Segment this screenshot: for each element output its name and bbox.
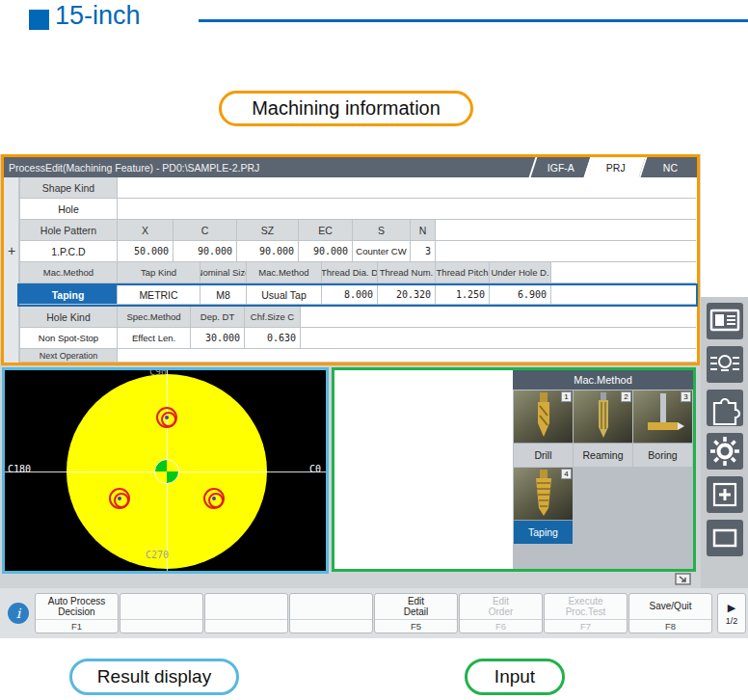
hole-pattern-header: Hole Pattern: [19, 220, 118, 241]
cell-thread-dia[interactable]: 8.000: [322, 285, 378, 305]
thread-pitch-header: Thread Pitch: [436, 262, 490, 283]
x-header: X: [118, 220, 174, 241]
shape-kind-filler: [118, 177, 696, 199]
fkey-f2[interactable]: [120, 593, 203, 633]
row-hole-pattern-values: 1.P.C.D 50.000 90.000 90.000 90.000 Coun…: [19, 241, 696, 262]
drill-tool-icon: 1: [514, 390, 573, 443]
row-mac-method-header: Mac.Method Tap Kind Nominal Size Mac.Met…: [19, 262, 696, 283]
option-label: Boring: [633, 443, 692, 467]
s-header: S: [353, 220, 411, 241]
option-number: 4: [561, 469, 572, 479]
next-operation-header[interactable]: Next Operation: [19, 349, 118, 363]
cell-dep-dt[interactable]: 30.000: [191, 328, 245, 349]
origin-marker: [154, 459, 179, 484]
hole-kind-header: Hole Kind: [19, 307, 118, 328]
cell-taping[interactable]: Taping: [19, 285, 118, 305]
hole-marker-1: [156, 407, 177, 428]
hole-marker-2: [109, 488, 130, 509]
row-hole-kind-header: Hole Kind Spec.Method Dep. DT Chf.Size C: [19, 307, 696, 328]
shape-kind-value[interactable]: Hole: [19, 199, 118, 220]
cell-mac-method[interactable]: Usual Tap: [247, 285, 322, 305]
thread-num-header: Thread Num.: [378, 262, 436, 283]
cell-s[interactable]: Counter CW: [353, 241, 411, 262]
puzzle-icon[interactable]: [707, 390, 743, 426]
tab-prj[interactable]: PRJ: [584, 157, 646, 177]
fkey-f8[interactable]: Save/Quit F8: [628, 593, 712, 633]
callout-input-label: Input: [494, 666, 535, 687]
panel-toggle-icon[interactable]: [675, 572, 694, 586]
cell-n[interactable]: 3: [411, 241, 436, 262]
gear-icon[interactable]: [707, 433, 743, 470]
next-page-icon: ▶: [728, 601, 735, 615]
cell-hole-kind[interactable]: Non Spot-Stop: [19, 328, 118, 349]
row-shape-kind-value: Hole: [19, 199, 696, 220]
option-label: Reaming: [574, 443, 632, 467]
option-label: Taping: [514, 520, 573, 544]
row-next-operation: Next Operation: [19, 349, 696, 363]
page-next-button[interactable]: ▶ 1/2: [717, 593, 746, 633]
equalizer-icon[interactable]: [707, 346, 743, 383]
n-header: N: [411, 220, 436, 241]
tap-tool-icon: 4: [514, 468, 573, 520]
option-label: Drill: [514, 443, 573, 467]
cell-pattern-name[interactable]: 1.P.C.D: [19, 241, 118, 262]
sz-header: SZ: [237, 220, 299, 241]
option-reaming[interactable]: 2 Reaming: [574, 390, 632, 467]
cell-sz[interactable]: 90.000: [237, 241, 299, 262]
cell-nominal-size[interactable]: M8: [200, 285, 247, 305]
cell-ec[interactable]: 90.000: [299, 241, 353, 262]
option-number: 2: [621, 391, 631, 402]
shape-kind-value-filler: [118, 199, 696, 220]
fkey-f3[interactable]: [204, 593, 288, 633]
cell-thread-pitch[interactable]: 1.250: [436, 285, 490, 305]
row-hole-kind-values: Non Spot-Stop Effect Len. 30.000 0.630: [19, 328, 696, 349]
heading-bullet-square: [29, 10, 49, 30]
fkey-f1[interactable]: Auto Process Decision F1: [35, 593, 119, 633]
angle-label-c270: C270: [146, 550, 169, 560]
add-window-icon[interactable]: [707, 476, 743, 513]
fkey-f7[interactable]: Execute Proc.Test F7: [544, 593, 628, 633]
cell-tap-kind[interactable]: METRIC: [118, 285, 200, 305]
fkey-f6[interactable]: Edit Order F6: [459, 593, 543, 633]
angle-label-c180: C180: [8, 464, 31, 474]
info-icon[interactable]: i: [8, 603, 29, 624]
cell-x[interactable]: 50.000: [118, 241, 174, 262]
window-title: ProcessEdit(Machining Feature) - PD0:\SA…: [4, 162, 259, 174]
fkey-f5[interactable]: Edit Detail F5: [374, 593, 458, 633]
c-header: C: [174, 220, 237, 241]
hole-marker-3: [203, 488, 225, 509]
add-row-button[interactable]: +: [4, 241, 19, 260]
cell-under-hole[interactable]: 6.900: [490, 285, 551, 305]
window-titlebar: ProcessEdit(Machining Feature) - PD0:\SA…: [4, 157, 697, 177]
nominal-size-header: Nominal Size: [200, 262, 247, 283]
mac-method-options: 1 Drill 2 Reamin: [514, 390, 693, 544]
graphic-display: C180 C0 C270 C90: [5, 370, 326, 571]
callout-result-label: Result display: [97, 666, 211, 687]
heading-rule: [199, 19, 748, 22]
ec-header: EC: [299, 220, 353, 241]
callout-result-display: Result display: [69, 659, 239, 695]
boring-tool-icon: 3: [633, 390, 692, 443]
option-drill[interactable]: 1 Drill: [514, 390, 573, 467]
tab-nc[interactable]: NC: [639, 157, 697, 177]
callout-machining-label: Machining information: [252, 97, 441, 120]
cell-thread-num[interactable]: 20.320: [378, 285, 436, 305]
callout-input: Input: [465, 659, 565, 695]
page-title: 15-inch: [55, 1, 141, 31]
table-gutter: [4, 177, 19, 363]
cell-c[interactable]: 90.000: [174, 241, 237, 262]
option-number: 3: [681, 391, 691, 402]
monitor-icon[interactable]: [707, 303, 743, 339]
mac-method-header: Mac.Method: [19, 262, 118, 283]
under-hole-header: Under Hole D.: [490, 262, 551, 283]
cell-spec-method[interactable]: Effect Len.: [118, 328, 191, 349]
angle-label-c90: C90: [149, 370, 167, 377]
option-boring[interactable]: 3 Boring: [633, 390, 692, 467]
option-taping[interactable]: 4 Taping: [514, 468, 573, 544]
reamer-tool-icon: 2: [574, 390, 632, 443]
fkey-f4[interactable]: [289, 593, 373, 633]
tab-igf-a[interactable]: IGF-A: [529, 157, 591, 177]
thread-dia-header: Thread Dia. D: [322, 262, 378, 283]
cell-chf-size[interactable]: 0.630: [245, 328, 301, 349]
window-icon[interactable]: [707, 520, 743, 556]
